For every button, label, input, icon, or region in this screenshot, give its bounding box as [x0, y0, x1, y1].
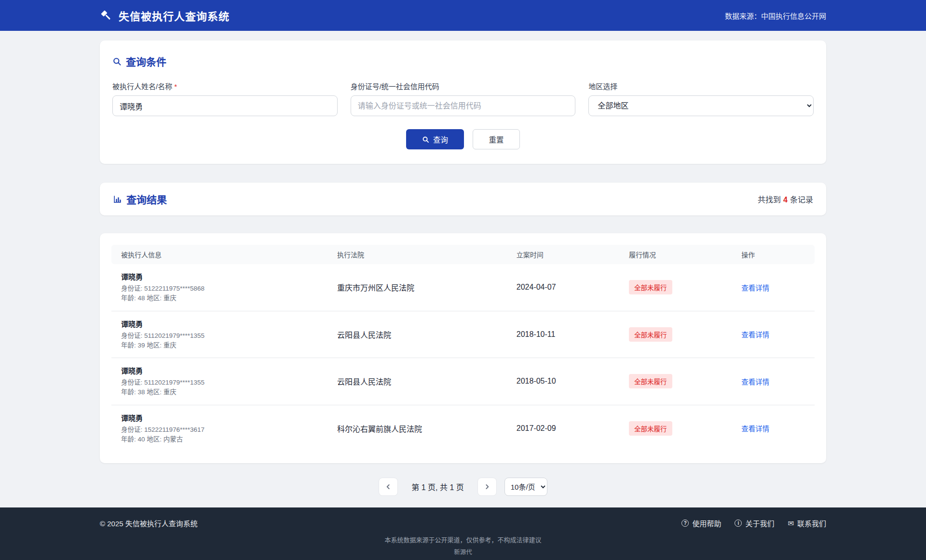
next-page-button[interactable] [477, 478, 497, 496]
id-number-label: 身份证号/统一社会信用代码 [351, 81, 576, 91]
main-content: 查询条件 被执行人姓名/名称* 身份证号/统一社会信用代码 地区选择 全部地区 [0, 31, 926, 507]
chevron-right-icon [483, 483, 491, 491]
debtor-name-field-group: 被执行人姓名/名称* [112, 81, 338, 116]
table-row: 谭晓勇 身份证: 1522211976****3617 年龄: 40 地区: 内… [111, 405, 815, 452]
results-table-body: 谭晓勇 身份证: 5122211975****5868 年龄: 48 地区: 重… [111, 264, 815, 452]
search-icon [112, 57, 122, 66]
status-badge: 全部未履行 [629, 280, 672, 294]
reset-button-label: 重置 [489, 134, 504, 145]
count-prefix: 共找到 [758, 196, 781, 204]
debtor-meta-line: 年龄: 39 地区: 重庆 [121, 341, 322, 350]
help-link-label: 使用帮助 [692, 518, 721, 528]
filing-date-cell: 2018-05-10 [509, 358, 621, 405]
debtor-name: 谭晓勇 [121, 365, 322, 375]
prev-page-button[interactable] [379, 478, 398, 496]
page-size-select[interactable]: 10条/页 [504, 478, 547, 496]
search-section-label: 查询条件 [126, 54, 166, 68]
col-header-court: 执行法院 [329, 245, 509, 264]
debtor-id-line: 身份证: 5112021979****1355 [121, 378, 322, 387]
debtor-name-label: 被执行人姓名/名称* [112, 81, 338, 91]
action-cell: 查看详情 [734, 405, 815, 452]
view-detail-link[interactable]: 查看详情 [741, 284, 769, 292]
bar-chart-icon [113, 195, 122, 204]
search-form: 被执行人姓名/名称* 身份证号/统一社会信用代码 地区选择 全部地区 [112, 81, 814, 116]
region-label: 地区选择 [588, 81, 814, 91]
count-suffix: 条记录 [790, 196, 813, 204]
info-circle-icon: i [735, 520, 742, 527]
debtor-meta-line: 年龄: 38 地区: 重庆 [121, 387, 322, 397]
status-badge: 全部未履行 [629, 327, 672, 342]
page-info: 第 1 页, 共 1 页 [411, 481, 463, 493]
debtor-id-line: 身份证: 5122211975****5868 [121, 284, 322, 293]
search-actions: 查询 重置 [112, 129, 814, 149]
results-header-card: 查询结果 共找到4条记录 [100, 183, 826, 215]
contact-link-label: 联系我们 [797, 518, 826, 528]
id-number-field-group: 身份证号/统一社会信用代码 [351, 81, 576, 116]
search-card: 查询条件 被执行人姓名/名称* 身份证号/统一社会信用代码 地区选择 全部地区 [100, 40, 826, 164]
count-number: 4 [783, 196, 788, 204]
filing-date-cell: 2024-04-07 [509, 264, 621, 311]
status-cell: 全部未履行 [621, 264, 734, 311]
pagination: 第 1 页, 共 1 页 10条/页 [100, 478, 826, 496]
court-cell: 云阳县人民法院 [329, 358, 509, 405]
query-button[interactable]: 查询 [406, 129, 464, 149]
envelope-icon: ✉ [788, 520, 794, 527]
status-cell: 全部未履行 [621, 358, 734, 405]
reset-button[interactable]: 重置 [473, 129, 520, 149]
help-link[interactable]: ? 使用帮助 [681, 518, 721, 528]
action-cell: 查看详情 [734, 358, 815, 405]
id-number-input[interactable] [351, 95, 576, 116]
results-section-label: 查询结果 [126, 192, 167, 206]
action-cell: 查看详情 [734, 311, 815, 358]
status-cell: 全部未履行 [621, 311, 734, 358]
app-title: 失信被执行人查询系统 [119, 8, 230, 23]
required-asterisk: * [174, 82, 177, 91]
question-circle-icon: ? [681, 520, 689, 527]
query-button-search-icon [422, 136, 429, 143]
results-table: 被执行人信息 执行法院 立案时间 履行情况 操作 谭晓勇 身份证: 512221… [111, 245, 815, 452]
results-table-card: 被执行人信息 执行法院 立案时间 履行情况 操作 谭晓勇 身份证: 512221… [100, 233, 826, 463]
view-detail-link[interactable]: 查看详情 [741, 378, 769, 386]
search-section-title: 查询条件 [112, 54, 814, 68]
region-select[interactable]: 全部地区 [588, 95, 814, 116]
view-detail-link[interactable]: 查看详情 [741, 425, 769, 433]
brand: 失信被执行人查询系统 [100, 8, 230, 23]
table-row: 谭晓勇 身份证: 5122211975****5868 年龄: 48 地区: 重… [111, 264, 815, 311]
debtor-id-line: 身份证: 1522211976****3617 [121, 425, 322, 435]
brand-text: 新源代 [100, 547, 826, 556]
results-section-title: 查询结果 [113, 192, 167, 206]
debtor-name: 谭晓勇 [121, 319, 322, 329]
col-header-debtor-info: 被执行人信息 [111, 245, 329, 264]
debtor-name: 谭晓勇 [121, 413, 322, 423]
debtor-id-line: 身份证: 5112021979****1355 [121, 331, 322, 341]
debtor-meta-line: 年龄: 48 地区: 重庆 [121, 293, 322, 303]
debtor-meta-line: 年龄: 40 地区: 内蒙古 [121, 435, 322, 444]
data-source-text: 数据来源：中国执行信息公开网 [725, 11, 826, 21]
about-link[interactable]: i 关于我们 [735, 518, 774, 528]
debtor-name-input[interactable] [112, 95, 338, 116]
gavel-icon [100, 9, 113, 22]
col-header-action: 操作 [734, 245, 815, 264]
table-row: 谭晓勇 身份证: 5112021979****1355 年龄: 38 地区: 重… [111, 358, 815, 405]
court-cell: 科尔沁右翼前旗人民法院 [329, 405, 509, 452]
debtor-name-label-text: 被执行人姓名/名称 [112, 82, 172, 91]
view-detail-link[interactable]: 查看详情 [741, 331, 769, 339]
debtor-info-cell: 谭晓勇 身份证: 1522211976****3617 年龄: 40 地区: 内… [111, 405, 329, 452]
debtor-name: 谭晓勇 [121, 271, 322, 281]
result-count: 共找到4条记录 [758, 193, 813, 205]
court-cell: 重庆市万州区人民法院 [329, 264, 509, 311]
about-link-label: 关于我们 [745, 518, 774, 528]
region-field-group: 地区选择 全部地区 [588, 81, 814, 116]
table-row: 谭晓勇 身份证: 5112021979****1355 年龄: 39 地区: 重… [111, 311, 815, 358]
query-button-label: 查询 [433, 134, 448, 145]
filing-date-cell: 2017-02-09 [509, 405, 621, 452]
chevron-left-icon [384, 483, 392, 491]
disclaimer-text: 本系统数据来源于公开渠道，仅供参考，不构成法律建议 [100, 535, 826, 544]
contact-link[interactable]: ✉ 联系我们 [788, 518, 826, 528]
debtor-info-cell: 谭晓勇 身份证: 5112021979****1355 年龄: 38 地区: 重… [111, 358, 329, 405]
col-header-filing-date: 立案时间 [509, 245, 621, 264]
court-cell: 云阳县人民法院 [329, 311, 509, 358]
copyright-text: © 2025 失信被执行人查询系统 [100, 518, 198, 528]
results-table-head: 被执行人信息 执行法院 立案时间 履行情况 操作 [111, 245, 815, 264]
filing-date-cell: 2018-10-11 [509, 311, 621, 358]
